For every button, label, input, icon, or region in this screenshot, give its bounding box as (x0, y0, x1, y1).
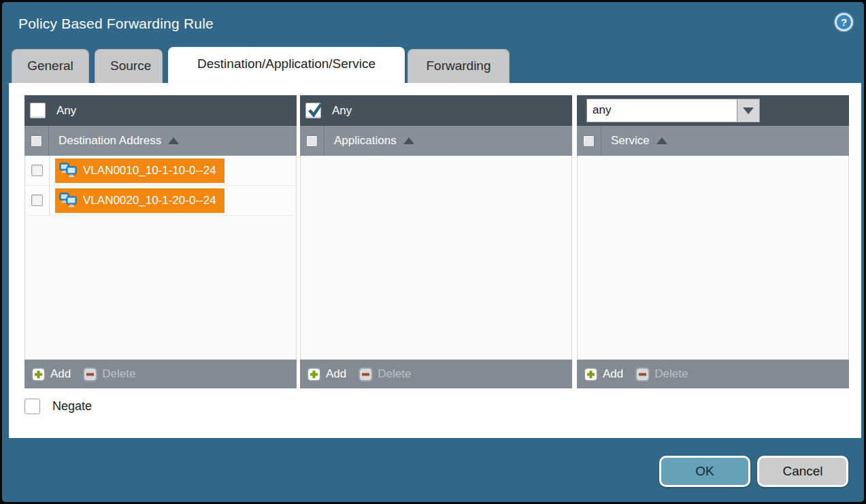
add-icon (31, 367, 46, 382)
destination-any-checkbox[interactable] (30, 103, 46, 118)
help-icon[interactable]: ? (835, 13, 853, 31)
address-chip[interactable]: VLAN0010_10-1-10-0--24 (55, 158, 224, 183)
sort-asc-icon (168, 137, 179, 144)
service-dropdown-value[interactable]: any (586, 99, 737, 122)
row-checkbox-cell (25, 186, 50, 215)
delete-label: Delete (378, 367, 411, 381)
applications-any-checkbox[interactable] (305, 103, 321, 118)
destination-column-header[interactable]: Destination Address (24, 126, 297, 156)
row-checkbox-cell (25, 156, 50, 185)
address-icon (59, 192, 78, 208)
address-icon (59, 163, 78, 178)
negate-row: Negate (24, 399, 92, 414)
tab-source[interactable]: Source (95, 49, 163, 83)
tab-forwarding[interactable]: Forwarding (407, 49, 510, 83)
add-label: Add (326, 367, 346, 381)
applications-list (300, 156, 572, 360)
chevron-down-icon (743, 107, 754, 114)
negate-label: Negate (52, 399, 92, 414)
dialog-title: Policy Based Forwarding Rule (18, 16, 214, 32)
add-icon (307, 367, 321, 382)
service-column: any Service Add (577, 95, 849, 388)
add-label: Add (603, 367, 623, 381)
tab-destination-application-service[interactable]: Destination/Application/Service (168, 47, 405, 83)
add-button[interactable]: Add (31, 367, 71, 382)
destination-select-all-cell (24, 126, 49, 156)
destination-address-column: Any Destination Address (24, 95, 297, 388)
sort-asc-icon (403, 137, 414, 144)
service-select-all-cell (577, 126, 601, 156)
applications-column-header[interactable]: Applications (300, 126, 572, 156)
applications-footer: Add Delete (300, 360, 572, 388)
service-select-all-checkbox[interactable] (583, 135, 595, 147)
service-dropdown[interactable]: any (586, 99, 760, 122)
table-row[interactable]: VLAN0010_10-1-10-0--24 (25, 156, 296, 186)
row-checkbox[interactable] (31, 195, 43, 206)
delete-icon (83, 367, 97, 382)
delete-button[interactable]: Delete (359, 367, 411, 382)
destination-any-label: Any (56, 104, 76, 118)
delete-button[interactable]: Delete (635, 367, 688, 382)
service-footer: Add Delete (577, 360, 849, 388)
service-column-header[interactable]: Service (577, 126, 849, 156)
applications-column: Any Applications Add (300, 95, 572, 388)
service-dropdown-button[interactable] (737, 99, 760, 122)
service-dropdown-bar: any (577, 95, 849, 126)
destination-header-label: Destination Address (59, 134, 161, 148)
address-name: VLAN0020_10-1-20-0--24 (83, 194, 216, 207)
applications-select-all-checkbox[interactable] (306, 135, 318, 147)
service-header-label: Service (611, 134, 650, 148)
delete-icon (359, 367, 373, 382)
tab-content-panel: Any Destination Address (9, 83, 861, 438)
applications-select-all-cell (300, 126, 324, 156)
service-list (577, 156, 849, 360)
sort-asc-icon (656, 137, 667, 144)
address-chip[interactable]: VLAN0020_10-1-20-0--24 (55, 188, 224, 213)
policy-based-forwarding-dialog: Policy Based Forwarding Rule ? General S… (0, 0, 866, 504)
applications-any-label: Any (332, 104, 352, 118)
add-button[interactable]: Add (307, 367, 346, 382)
applications-any-bar: Any (300, 95, 572, 126)
address-name: VLAN0010_10-1-10-0--24 (83, 164, 216, 178)
applications-header-label: Applications (334, 134, 397, 148)
add-button[interactable]: Add (584, 367, 623, 382)
tab-general[interactable]: General (12, 49, 89, 83)
delete-label: Delete (102, 367, 135, 381)
destination-footer: Add Delete (24, 360, 297, 388)
cancel-button[interactable]: Cancel (757, 456, 848, 487)
row-checkbox[interactable] (31, 165, 43, 176)
checkmark-icon (307, 102, 323, 118)
delete-button[interactable]: Delete (83, 367, 135, 382)
add-label: Add (50, 367, 71, 381)
negate-checkbox[interactable] (24, 399, 40, 414)
ok-button[interactable]: OK (659, 456, 750, 487)
destination-select-all-checkbox[interactable] (31, 135, 42, 147)
destination-any-bar: Any (24, 95, 297, 126)
add-icon (584, 367, 598, 382)
delete-label: Delete (654, 367, 688, 381)
destination-list: VLAN0010_10-1-10-0--24 (24, 156, 297, 360)
table-row[interactable]: VLAN0020_10-1-20-0--24 (25, 186, 296, 216)
delete-icon (635, 367, 650, 382)
